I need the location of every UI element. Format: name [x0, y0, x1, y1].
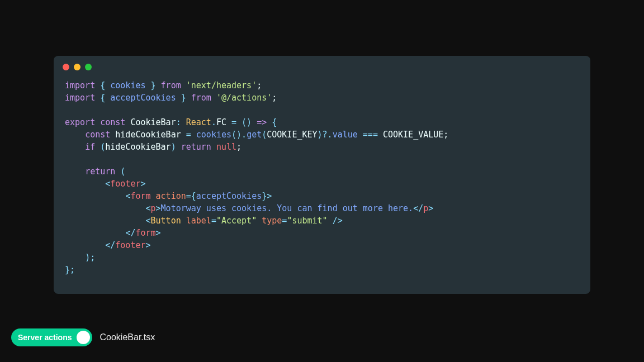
keyword-return: return	[181, 142, 216, 152]
punct: =	[186, 130, 196, 140]
jsx-tag: footer	[110, 179, 140, 189]
angle: >	[140, 179, 145, 189]
punct: =	[211, 216, 216, 226]
fn: cookies	[196, 130, 231, 140]
punct: ;	[272, 93, 277, 103]
jsx-attr: label	[186, 216, 211, 226]
jsx-text: You can find out more here.	[277, 203, 413, 213]
const: COOKIE_VALUE	[383, 130, 443, 140]
keyword-import: import	[65, 80, 95, 90]
angle: >	[156, 203, 161, 213]
keyword-export: export	[65, 117, 95, 127]
identifier: hideCookieBar	[105, 142, 171, 152]
op: ===	[358, 130, 383, 140]
paren: )	[171, 142, 181, 152]
brace: {	[100, 93, 110, 103]
const: COOKIE_KEY	[267, 130, 317, 140]
identifier: acceptCookies	[110, 93, 176, 103]
punct: ().	[231, 130, 247, 140]
null: null	[216, 142, 236, 152]
footer-row: Server actions CookieBar.tsx	[11, 328, 155, 346]
punct: :	[176, 117, 186, 127]
type: FC	[216, 117, 226, 127]
identifier: cookies	[110, 80, 145, 90]
space	[257, 216, 262, 226]
punct: )?.	[318, 130, 333, 140]
window-minimize-dot[interactable]	[74, 64, 80, 70]
punct: (	[262, 130, 267, 140]
keyword-from: from	[186, 93, 216, 103]
punct: ;	[257, 80, 262, 90]
space	[181, 216, 186, 226]
angle: </	[413, 203, 423, 213]
keyword-if: if	[85, 142, 100, 152]
keyword-import: import	[65, 93, 95, 103]
server-actions-toggle[interactable]: Server actions	[11, 328, 92, 346]
jsx-text: Motorway uses cookies.	[161, 203, 277, 213]
indent	[65, 216, 146, 226]
jsx-tag: form	[135, 228, 155, 238]
indent	[65, 179, 105, 189]
type: React	[186, 117, 211, 127]
string: "Accept"	[216, 216, 257, 226]
code-editor-window: import { cookies } from 'next/headers'; …	[54, 56, 590, 294]
angle: </	[125, 228, 135, 238]
indent	[65, 142, 85, 152]
toggle-label: Server actions	[18, 333, 72, 342]
jsx-attr: action	[156, 191, 186, 201]
arrow: =>	[257, 117, 267, 127]
jsx-tag: p	[151, 203, 156, 213]
brace: };	[65, 265, 75, 275]
brace: {	[191, 191, 196, 201]
angle: >	[156, 228, 161, 238]
jsx-attr: type	[262, 216, 282, 226]
brace: }	[262, 191, 267, 201]
jsx-tag: form	[130, 191, 150, 201]
angle: <	[105, 179, 110, 189]
keyword-return: return	[85, 166, 115, 177]
indent	[65, 253, 85, 263]
punct: = ()	[226, 117, 257, 127]
space	[151, 191, 156, 201]
jsx-tag: p	[423, 203, 428, 213]
string: 'next/headers'	[186, 80, 257, 90]
identifier: CookieBar	[130, 117, 176, 127]
angle: <	[146, 203, 151, 213]
indent	[65, 240, 105, 250]
angle: />	[328, 216, 343, 226]
punct: =	[186, 191, 191, 201]
string: '@/actions'	[216, 93, 272, 103]
code-block: import { cookies } from 'next/headers'; …	[54, 75, 590, 280]
angle: >	[146, 240, 151, 250]
paren: (	[115, 166, 125, 177]
keyword-from: from	[156, 80, 186, 90]
fn: get	[247, 130, 262, 140]
angle: >	[267, 191, 272, 201]
window-zoom-dot[interactable]	[85, 64, 92, 70]
filename-label: CookieBar.tsx	[100, 332, 155, 342]
identifier: hideCookieBar	[115, 130, 186, 140]
indent	[65, 203, 146, 213]
angle: <	[146, 216, 151, 226]
indent	[65, 191, 125, 201]
paren: );	[85, 253, 95, 263]
prop: value	[333, 130, 358, 140]
punct: ;	[443, 130, 448, 140]
indent	[65, 166, 85, 177]
identifier: acceptCookies	[196, 191, 262, 201]
keyword-const: const	[85, 130, 115, 140]
indent	[65, 130, 85, 140]
toggle-knob	[77, 331, 90, 344]
window-close-dot[interactable]	[63, 64, 69, 70]
angle: </	[105, 240, 115, 250]
keyword-const: const	[95, 117, 130, 127]
angle: >	[428, 203, 433, 213]
indent	[65, 228, 125, 238]
brace: }	[146, 80, 156, 90]
jsx-tag: footer	[115, 240, 145, 250]
traffic-lights	[54, 56, 590, 75]
paren: (	[100, 142, 105, 152]
punct: ;	[236, 142, 242, 152]
string: "submit"	[287, 216, 327, 226]
brace: {	[100, 80, 110, 90]
